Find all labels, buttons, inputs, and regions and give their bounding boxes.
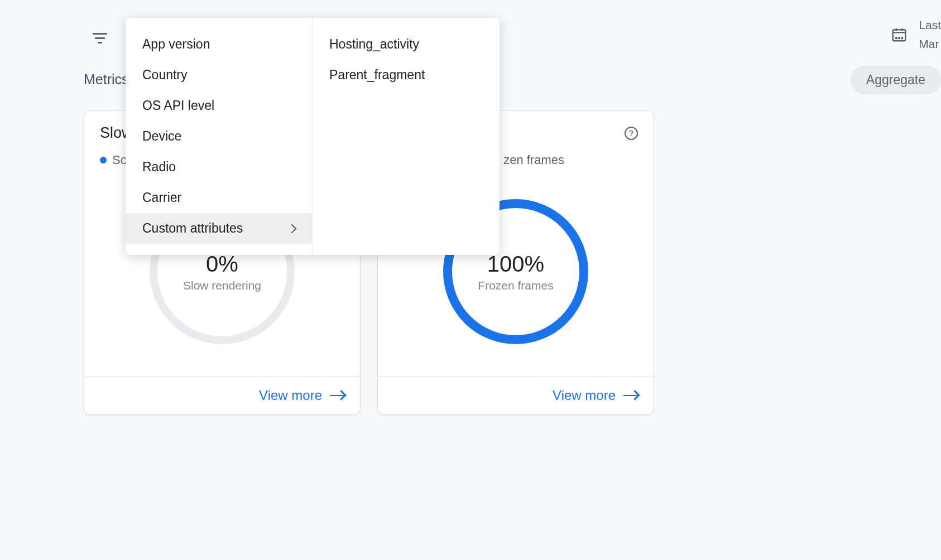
aggregate-toggle[interactable]: Aggregate	[851, 66, 941, 94]
filter-icon[interactable]	[92, 33, 108, 45]
chevron-right-icon	[287, 224, 297, 233]
filter-menu-submenu: Hosting_activity Parent_fragment	[313, 18, 500, 255]
filter-item-os-api-level[interactable]: OS API level	[126, 90, 312, 121]
date-line1: Last	[919, 16, 941, 35]
help-icon[interactable]: ?	[625, 127, 638, 140]
filter-menu-primary: App version Country OS API level Device …	[126, 18, 313, 255]
legend-dot-icon	[100, 157, 107, 163]
frozen-percent: 100%	[487, 252, 544, 277]
filter-item-country[interactable]: Country	[126, 60, 312, 90]
filter-item-radio[interactable]: Radio	[126, 152, 312, 182]
slow-sublabel: Slow rendering	[183, 279, 261, 292]
svg-point-5	[899, 37, 900, 38]
filter-subitem-parent-fragment[interactable]: Parent_fragment	[313, 60, 500, 90]
filter-item-carrier[interactable]: Carrier	[126, 182, 312, 213]
filter-menu: App version Country OS API level Device …	[126, 18, 500, 255]
frozen-sublabel: Frozen frames	[478, 279, 553, 292]
svg-point-6	[901, 37, 902, 38]
metrics-tab[interactable]: Metrics	[84, 71, 129, 88]
filter-subitem-hosting-activity[interactable]: Hosting_activity	[313, 29, 500, 60]
view-more-label: View more	[553, 388, 616, 403]
date-line2: Mar	[919, 35, 941, 54]
arrow-right-icon	[330, 395, 344, 396]
arrow-right-icon	[623, 395, 638, 396]
legend-label: zen frames	[503, 153, 564, 167]
filter-item-custom-attributes[interactable]: Custom attributes	[126, 213, 312, 244]
view-more-label: View more	[259, 388, 322, 403]
view-more-button[interactable]: View more	[378, 376, 654, 414]
date-range-text: Last Mar	[919, 16, 941, 53]
view-more-button[interactable]: View more	[84, 376, 360, 414]
filter-item-device[interactable]: Device	[126, 121, 312, 152]
slow-percent: 0%	[206, 252, 238, 277]
filter-item-app-version[interactable]: App version	[126, 29, 312, 60]
calendar-icon	[891, 26, 908, 43]
date-range[interactable]: Last Mar	[891, 16, 941, 53]
svg-point-4	[896, 37, 897, 38]
